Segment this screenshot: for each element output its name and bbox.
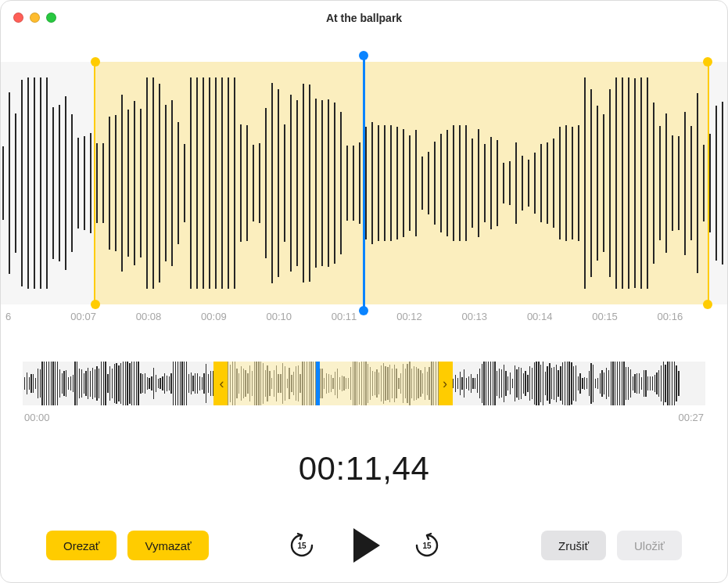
waveform-bar [390, 125, 392, 242]
overview-waveform-bar [665, 365, 665, 403]
overview-waveform-bar [105, 362, 106, 405]
overview-waveform-bar [55, 362, 56, 405]
overview-waveform-bar [453, 379, 454, 388]
waveform-bar [715, 106, 717, 260]
ruler-tick: 00:13 [462, 311, 527, 322]
overview-waveform-bar [630, 369, 631, 398]
overview-waveform-bar [199, 376, 200, 390]
waveform-bar [428, 152, 429, 215]
waveform-bar [440, 134, 442, 232]
waveform-bar [497, 140, 498, 226]
overview-waveform-bar [52, 362, 53, 405]
waveform-bar [547, 142, 548, 223]
waveform-bar [127, 110, 129, 257]
overview-waveform-bar [101, 362, 102, 405]
overview-waveform-bar [647, 376, 648, 390]
zoom-window-button[interactable] [46, 13, 56, 23]
edit-actions-group: Orezať Vymazať [46, 531, 209, 560]
waveform-bar [578, 125, 579, 242]
waveform-bar [240, 124, 242, 242]
overview-waveform-bar [84, 373, 84, 393]
waveform-bar [178, 122, 179, 243]
overview-playhead[interactable] [316, 362, 320, 405]
waveform-bar [572, 127, 573, 239]
overview-area[interactable]: ‹ › 00:00 00:27 [23, 362, 705, 423]
overview-waveform-bar [543, 362, 543, 405]
waveform-bar [196, 77, 198, 289]
waveform-bar [528, 160, 529, 207]
overview-waveform-bar [461, 377, 462, 389]
overview-waveform-bar [499, 369, 500, 399]
overview-waveform-bar [554, 367, 554, 401]
skip-forward-icon: 15 [414, 532, 440, 559]
waveform-bar [597, 106, 598, 261]
overview-waveform-bar [457, 378, 458, 388]
overview-waveform-bar [151, 376, 152, 390]
overview-waveform-bar [70, 376, 71, 390]
main-waveform-area[interactable] [1, 62, 727, 304]
waveform-bar [334, 103, 335, 264]
trim-handle-dot[interactable] [91, 300, 100, 309]
trim-handle-dot[interactable] [703, 57, 712, 67]
playhead-dot[interactable] [359, 51, 368, 60]
cancel-button[interactable]: Zrušiť [541, 531, 606, 560]
overview-waveform-bar [167, 376, 167, 390]
trim-handle-dot[interactable] [703, 300, 712, 309]
waveform-bar [65, 96, 66, 270]
waveform-bar [534, 153, 536, 214]
svg-text:15: 15 [422, 542, 432, 550]
overview-waveform-bar [33, 374, 34, 394]
overview-waveform-bar [156, 375, 156, 391]
ruler-tick: 00:16 [658, 311, 723, 322]
waveform-bar [453, 125, 454, 242]
waveform-bar [152, 77, 154, 289]
waveform-bar [378, 125, 379, 242]
ruler-tick: 00:15 [592, 311, 657, 322]
waveform-bar [590, 89, 592, 277]
skip-forward-15-button[interactable]: 15 [411, 530, 443, 561]
playhead-dot[interactable] [359, 306, 368, 315]
waveform-bar [215, 77, 217, 289]
waveform-bar [697, 93, 698, 273]
overview-waveform-bar [73, 375, 74, 393]
overview-waveform-bar [170, 373, 171, 393]
delete-button[interactable]: Vymazať [127, 531, 208, 560]
trim-button[interactable]: Orezať [46, 531, 117, 560]
waveform-bar [559, 127, 561, 239]
waveform-bar [184, 144, 185, 222]
overview-waveform-bar [88, 368, 88, 399]
overview-waveform-bar [96, 366, 97, 401]
waveform-bar [265, 108, 267, 259]
skip-back-15-button[interactable]: 15 [286, 530, 317, 561]
waveform-bar [309, 85, 310, 281]
play-button[interactable] [342, 524, 386, 567]
overview-waveform-bar [160, 378, 160, 388]
overview-waveform-bar [118, 365, 119, 402]
overview-waveform-bar [512, 379, 513, 388]
overview-waveform-bar [138, 362, 138, 405]
overview-waveform-bar [654, 375, 655, 391]
ruler-tick: 6 [5, 311, 70, 322]
trim-handle-dot[interactable] [91, 57, 100, 67]
overview-waveform-bar [188, 374, 189, 393]
save-button[interactable]: Uložiť [617, 531, 682, 560]
overview-trim-handle-right[interactable]: › [439, 362, 451, 405]
overview-waveform-bar [202, 377, 203, 390]
overview-waveform-bar [483, 362, 484, 405]
overview-waveform[interactable]: ‹ › [23, 362, 705, 405]
overview-waveform-bar [515, 365, 515, 401]
overview-waveform-bar [529, 366, 530, 400]
overview-waveform-bar [175, 362, 176, 405]
overview-waveform-bar [641, 377, 642, 390]
waveform-bar [46, 77, 48, 289]
overview-waveform-bar [131, 362, 132, 405]
close-window-button[interactable] [13, 13, 23, 23]
minimize-window-button[interactable] [30, 13, 40, 23]
waveform-bar [303, 84, 304, 283]
overview-trim-selection[interactable]: ‹ › [213, 362, 453, 405]
overview-trim-handle-left[interactable]: ‹ [215, 362, 228, 405]
waveform-bar [415, 130, 417, 236]
overview-waveform-bar [611, 362, 611, 405]
playhead[interactable] [363, 56, 365, 311]
waveform-bar [640, 77, 642, 289]
